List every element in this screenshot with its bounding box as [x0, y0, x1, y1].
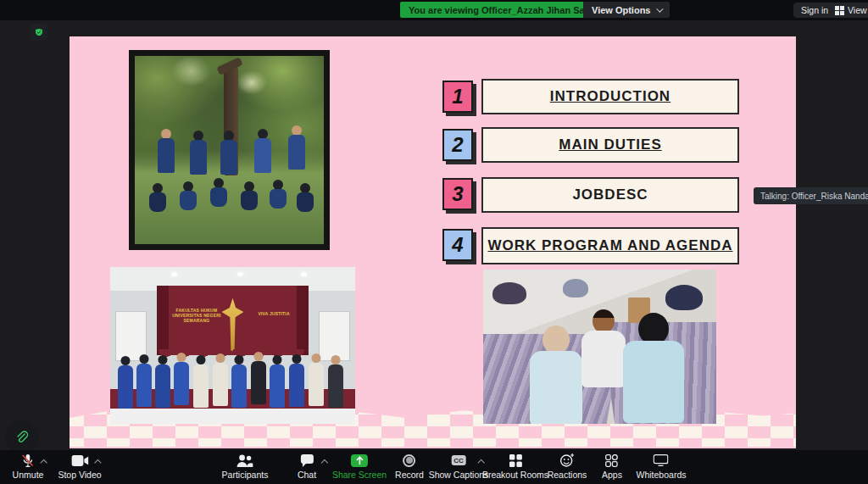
- person-figure: [179, 181, 198, 210]
- talking-indicator-tooltip: Talking: Officer_Riska Nanda: [754, 187, 868, 204]
- person-figure: [136, 354, 153, 407]
- apps-button[interactable]: Apps: [602, 453, 622, 480]
- person-figure: [530, 325, 582, 424]
- person-figure: [148, 183, 167, 212]
- unmute-button[interactable]: Unmute: [13, 453, 44, 480]
- reactions-button[interactable]: Reactions: [548, 453, 587, 480]
- chevron-down-icon: [657, 5, 664, 12]
- stage-banner-left: FAKULTAS HUKUM UNIVERSITAS NEGERI SEMARA…: [167, 308, 226, 323]
- menu-number-1: 1: [442, 81, 473, 113]
- chat-bubble-icon: [300, 454, 314, 467]
- person-figure: [288, 354, 305, 407]
- person-figure: [209, 178, 228, 207]
- breakout-rooms-button[interactable]: Breakout Rooms: [482, 453, 548, 480]
- meeting-control-toolbar: Unmute Stop Video Participa: [0, 450, 868, 484]
- person-figure: [240, 181, 259, 210]
- gallery-view-icon: [835, 6, 844, 15]
- stage-curtain: FAKULTAS HUKUM UNIVERSITAS NEGERI SEMARA…: [157, 286, 309, 354]
- group-photo-outdoor-framed: [129, 50, 330, 250]
- view-options-button[interactable]: View Options: [583, 2, 670, 18]
- person-figure: [253, 129, 272, 173]
- person-figure: [623, 313, 684, 423]
- person-figure: [296, 183, 314, 212]
- chevron-up-icon[interactable]: [94, 459, 101, 466]
- person-figure: [173, 353, 190, 405]
- apps-icon: [606, 454, 619, 467]
- chevron-up-icon[interactable]: [320, 459, 327, 466]
- chat-button[interactable]: Chat: [298, 453, 316, 480]
- person-figure: [327, 355, 344, 408]
- microphone-muted-icon: [21, 453, 35, 468]
- meeting-top-bar: You are viewing Officer_Azzah Jihan Saji…: [0, 0, 868, 20]
- person-figure: [581, 309, 626, 387]
- person-figure: [189, 131, 208, 175]
- paperclip-icon: [14, 430, 30, 445]
- attachment-button[interactable]: [5, 420, 38, 453]
- closed-captions-icon: CC: [451, 455, 466, 465]
- zoom-meeting-window: You are viewing Officer_Azzah Jihan Saji…: [0, 0, 868, 484]
- menu-item-introduction: INTRODUCTION: [481, 79, 739, 114]
- stop-video-button[interactable]: Stop Video: [58, 453, 101, 480]
- person-figure: [157, 129, 175, 173]
- person-figure: [250, 352, 267, 404]
- security-shield-button[interactable]: [31, 24, 47, 41]
- chevron-up-icon[interactable]: [41, 459, 47, 466]
- group-photo-auditorium: FAKULTAS HUKUM UNIVERSITAS NEGERI SEMARA…: [110, 267, 355, 424]
- justice-statue: [221, 298, 243, 351]
- person-figure: [154, 355, 171, 408]
- menu-number-3: 3: [442, 178, 473, 210]
- participants-icon: [236, 454, 253, 467]
- group-photo-floor-casual: [483, 270, 716, 424]
- participants-button[interactable]: Participants: [222, 453, 269, 480]
- whiteboards-button[interactable]: Whiteboards: [637, 453, 687, 480]
- person-figure: [117, 356, 134, 409]
- record-icon: [403, 454, 415, 467]
- person-figure: [287, 125, 306, 170]
- video-camera-icon: [71, 455, 88, 466]
- menu-item-jobdesc: JOBDESC: [481, 177, 739, 213]
- person-figure: [269, 355, 286, 408]
- person-figure: [308, 353, 325, 406]
- show-captions-button[interactable]: CC Show Captions: [429, 453, 489, 480]
- person-figure: [192, 355, 209, 408]
- record-button[interactable]: Record: [395, 453, 424, 480]
- menu-item-main-duties: MAIN DUTIES: [481, 127, 739, 163]
- breakout-rooms-icon: [509, 454, 521, 467]
- whiteboard-icon: [654, 454, 669, 466]
- person-figure: [269, 180, 287, 209]
- person-figure: [212, 353, 229, 406]
- view-layout-button[interactable]: View: [828, 3, 868, 18]
- share-screen-button[interactable]: Share Screen: [332, 453, 387, 480]
- menu-item-work-program: WORK PROGRAM AND AGENDA: [481, 227, 739, 264]
- stage-banner-right: VIVA JUSTITIA: [244, 311, 303, 316]
- security-shield-icon: [36, 26, 42, 38]
- shared-presentation-slide: 1 INTRODUCTION 2 MAIN DUTIES 3 JOBDESC 4…: [70, 36, 796, 448]
- person-figure: [220, 131, 238, 175]
- share-screen-icon: [351, 454, 368, 467]
- menu-number-2: 2: [442, 129, 473, 161]
- reactions-smiley-icon: [559, 453, 574, 467]
- menu-number-4: 4: [442, 229, 473, 261]
- person-figure: [231, 355, 248, 408]
